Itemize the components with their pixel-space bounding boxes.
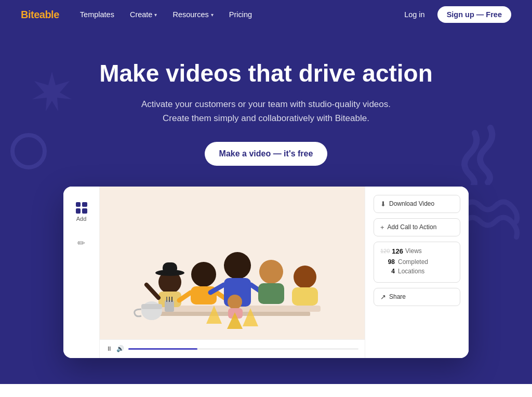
locations-num: 4 [380, 268, 395, 275]
app-preview: Add ✏ [63, 187, 469, 358]
svg-point-17 [259, 260, 283, 284]
svg-point-19 [294, 266, 316, 288]
logo-text: Biteable [21, 9, 59, 20]
pencil-icon[interactable]: ✏ [77, 237, 85, 249]
locations-label: Locations [398, 268, 424, 275]
svg-point-13 [224, 252, 251, 279]
create-chevron-icon: ▾ [154, 12, 157, 18]
progress-bar[interactable] [128, 348, 358, 350]
nav-templates[interactable]: Templates [80, 10, 114, 19]
app-right-panel: ⬇ Download Video + Add Call to Action 12… [365, 187, 469, 358]
svg-rect-20 [292, 287, 318, 306]
completed-label: Completed [398, 258, 428, 266]
video-controls: ⏸ 🔊 [100, 339, 365, 358]
people-illustration [100, 225, 365, 339]
svg-point-21 [228, 295, 242, 309]
download-icon: ⬇ [380, 200, 386, 208]
resources-chevron-icon: ▾ [211, 12, 214, 18]
hero-cta-button[interactable]: Make a video — it's free [205, 142, 328, 166]
deco-circle-icon [10, 133, 47, 169]
hero-section: Make videos that drive action Activate y… [0, 29, 532, 384]
hero-heading: Make videos that drive action [84, 60, 448, 87]
completed-num: 98 [380, 258, 395, 266]
share-icon: ↗ [380, 293, 386, 301]
share-button[interactable]: ↗ Share [374, 288, 460, 306]
app-main: ⏸ 🔊 [100, 187, 365, 358]
locations-row: 4 Locations [380, 268, 454, 275]
login-link[interactable]: Log in [404, 10, 425, 19]
add-cta-button[interactable]: + Add Call to Action [374, 218, 460, 236]
sidebar-add[interactable]: Add [76, 202, 87, 222]
pause-button[interactable]: ⏸ [106, 345, 112, 352]
nav-resources[interactable]: Resources ▾ [172, 10, 213, 19]
svg-marker-0 [32, 72, 72, 111]
completed-row: 98 Completed [380, 258, 454, 266]
nav-right: Log in Sign up — Free [404, 6, 511, 23]
svg-rect-7 [163, 262, 177, 274]
progress-fill [128, 348, 197, 350]
add-label: Add [76, 216, 87, 222]
deco-star-icon [31, 71, 73, 112]
svg-rect-28 [165, 300, 174, 312]
nav-pricing[interactable]: Pricing [229, 10, 252, 19]
views-old: 120 [380, 248, 390, 254]
grid-icon [76, 202, 87, 214]
svg-point-9 [191, 262, 216, 287]
views-label: Views [405, 247, 422, 255]
nav-create[interactable]: Create ▾ [130, 10, 157, 19]
views-new: 126 [392, 247, 403, 255]
svg-rect-18 [258, 283, 284, 304]
nav-links: Templates Create ▾ Resources ▾ Pricing [80, 10, 404, 19]
bottom-section [0, 384, 532, 397]
signup-button[interactable]: Sign up — Free [437, 6, 511, 23]
views-row: 120 126 Views [380, 247, 454, 255]
app-sidebar: Add ✏ [63, 187, 100, 358]
brand-logo[interactable]: Biteable [21, 9, 59, 21]
deco-squiggle2-icon [459, 195, 522, 247]
stats-box: 120 126 Views 98 Completed 4 Locations [374, 242, 460, 283]
navbar: Biteable Templates Create ▾ Resources ▾ … [0, 0, 532, 29]
deco-squiggle-icon [449, 123, 501, 185]
plus-icon: + [380, 223, 384, 231]
svg-rect-27 [141, 304, 162, 309]
app-preview-wrapper: Add ✏ [21, 187, 511, 358]
video-frame [100, 187, 365, 339]
download-video-button[interactable]: ⬇ Download Video [374, 195, 460, 213]
hero-subheading: Activate your customers or your team wit… [136, 97, 396, 125]
volume-icon[interactable]: 🔊 [116, 345, 124, 352]
